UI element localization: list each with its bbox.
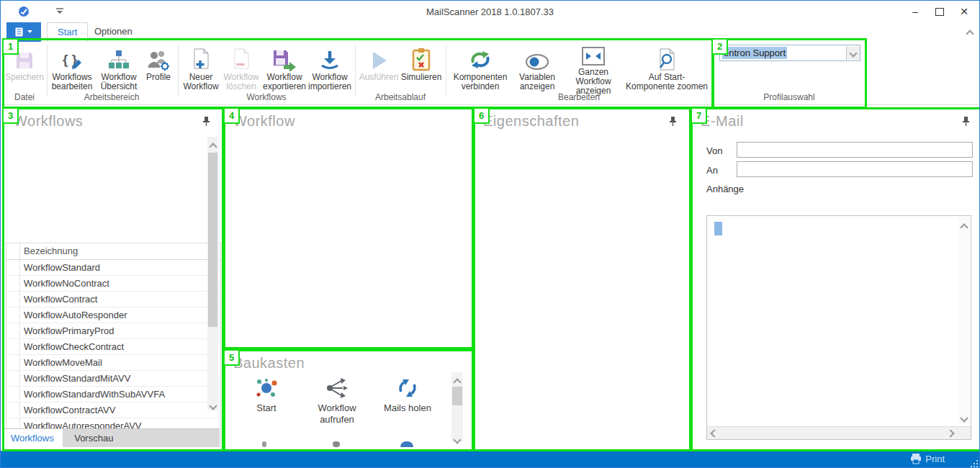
eigenschaften-panel: Eigenschaften (473, 107, 687, 447)
eigenschaften-panel-title: Eigenschaften (483, 113, 579, 130)
baukasten-item-start[interactable]: Start (232, 377, 301, 414)
profile-combobox[interactable]: entron Support (719, 45, 860, 61)
group-separator (47, 45, 48, 96)
group-separator (712, 45, 713, 96)
workflow-uebersicht-button[interactable]: Workflow Übersicht (96, 44, 142, 96)
page-minus-icon (230, 44, 252, 71)
eye-icon (525, 44, 549, 71)
workflow-loeschen-button[interactable]: Workflow löschen (221, 44, 261, 96)
table-row[interactable]: WorkflowPrimaryProd (6, 323, 220, 339)
window-title: MailScanner 2018 1.0.1807.33 (1, 6, 979, 17)
scroll-up-icon[interactable] (209, 143, 217, 150)
scrollbar-thumb[interactable] (208, 153, 217, 327)
ausfuehren-button[interactable]: Ausführen (358, 44, 400, 96)
scrollbar-thumb[interactable] (452, 387, 462, 405)
scroll-up-icon[interactable] (453, 378, 461, 386)
table-header[interactable]: Bezeichnung (6, 243, 220, 260)
an-label: An (706, 165, 718, 176)
scroll-down-icon[interactable] (960, 414, 968, 422)
combobox-dropdown-button[interactable] (846, 46, 860, 60)
auf-start-komponente-zoomen-button[interactable]: Auf Start-Komponente zoomen (624, 44, 709, 96)
workflows-bearbeiten-button[interactable]: { } Workflows bearbeiten (48, 44, 96, 96)
resize-grip[interactable] (969, 459, 978, 467)
mail-body-vscrollbar[interactable] (958, 217, 970, 424)
group-separator (446, 45, 446, 96)
row-selector[interactable] (6, 339, 20, 354)
start-node-icon (254, 377, 279, 400)
app-menu-icon (15, 27, 25, 37)
maximize-button[interactable] (927, 4, 952, 19)
scroll-left-icon[interactable] (710, 429, 718, 437)
workflow-importieren-button[interactable]: Workflow importieren (307, 44, 352, 96)
chevron-down-icon (849, 49, 857, 57)
page-magnifier-icon (657, 44, 677, 71)
row-selector[interactable] (6, 276, 20, 291)
scroll-up-icon[interactable] (960, 223, 968, 231)
baukasten-item-workflow-aufrufen[interactable]: Workflow aufrufen (302, 377, 372, 426)
row-selector[interactable] (6, 307, 20, 323)
tab-optionen[interactable]: Optionen (84, 22, 143, 41)
pin-icon[interactable] (962, 116, 970, 127)
table-row[interactable]: WorkflowNoContract (6, 276, 220, 292)
speichern-button[interactable]: Speichern (4, 44, 45, 96)
mail-body-hscrollbar[interactable] (707, 426, 971, 439)
application-menu-button[interactable] (6, 22, 41, 42)
table-row[interactable]: WorkflowMoveMail (6, 355, 220, 371)
mail-body-area[interactable] (706, 215, 971, 440)
bottom-tab-vorschau[interactable]: Vorschau (66, 429, 122, 447)
simulieren-button[interactable]: Simulieren (400, 44, 443, 96)
partial-icon (400, 441, 413, 447)
row-selector[interactable] (6, 292, 20, 307)
scroll-down-icon[interactable] (453, 436, 461, 444)
workflow-panel: Workflow (223, 107, 469, 345)
table-row[interactable]: WorkflowContract (6, 292, 220, 307)
group-separator (355, 45, 356, 96)
row-selector[interactable] (6, 387, 20, 402)
table-row[interactable]: WorkflowAutoResponder (6, 307, 220, 323)
workflow-list-scrollbar[interactable] (207, 137, 218, 410)
group-label-arbeitsablauf: Arbeitsablauf (358, 92, 443, 102)
scroll-right-icon[interactable] (946, 429, 954, 437)
row-selector[interactable] (6, 355, 20, 370)
bottom-tab-workflows[interactable]: Workflows (2, 429, 63, 447)
von-input[interactable] (737, 142, 973, 158)
an-input[interactable] (737, 161, 973, 177)
komponenten-verbinden-button[interactable]: Komponenten verbinden (449, 44, 512, 96)
baukasten-scrollbar[interactable] (451, 372, 463, 441)
row-label: WorkflowCheckContract (24, 341, 124, 352)
variablen-anzeigen-button[interactable]: Variablen anzeigen (512, 44, 562, 96)
anhaenge-label: Anhänge (706, 184, 744, 194)
print-button[interactable]: Print (910, 454, 945, 464)
pin-icon[interactable] (669, 116, 677, 127)
print-label: Print (925, 454, 945, 464)
pin-icon[interactable] (202, 116, 210, 127)
neuer-workflow-button[interactable]: Neuer Workflow (181, 44, 221, 96)
table-row[interactable]: WorkflowStandardWithSubAVVFA (6, 387, 220, 402)
ganzen-workflow-anzeigen-button[interactable]: Ganzen Workflow anzeigen (562, 44, 624, 96)
close-button[interactable]: ✕ (952, 4, 976, 19)
row-selector[interactable] (6, 323, 20, 338)
play-icon (369, 44, 389, 71)
minimize-button[interactable]: – (903, 4, 927, 19)
table-row[interactable]: WorkflowCheckContract (6, 339, 220, 355)
row-label: WorkflowStandardMitAVV (24, 373, 130, 384)
scroll-down-icon[interactable] (209, 402, 217, 410)
table-row[interactable]: WorkflowContractAVV (6, 402, 220, 418)
workflows-panel-title: Workflows (14, 113, 83, 130)
group-label-bearbeiten: Bearbeiten (449, 92, 709, 102)
profile-button[interactable]: Profile (142, 44, 175, 96)
baukasten-item-label: Mails holen (384, 402, 431, 414)
baukasten-item-mails-holen[interactable]: Mails holen (373, 377, 442, 414)
collapse-ribbon-chevron-icon[interactable] (966, 30, 974, 37)
table-row[interactable]: WorkflowStandardMitAVV (6, 371, 220, 387)
row-selector[interactable] (6, 260, 20, 275)
save-floppy-icon (14, 44, 35, 71)
workflow-exportieren-button[interactable]: Workflow exportieren (261, 44, 307, 96)
table-row[interactable]: WorkflowStandard (6, 260, 220, 276)
baukasten-item-label: Workflow aufrufen (302, 402, 372, 426)
bottom-tab-strip: Workflows Vorschau (2, 428, 220, 447)
row-selector[interactable] (6, 371, 20, 386)
row-selector[interactable] (6, 402, 20, 418)
tab-start[interactable]: Start (47, 22, 88, 42)
von-label: Von (706, 145, 722, 156)
